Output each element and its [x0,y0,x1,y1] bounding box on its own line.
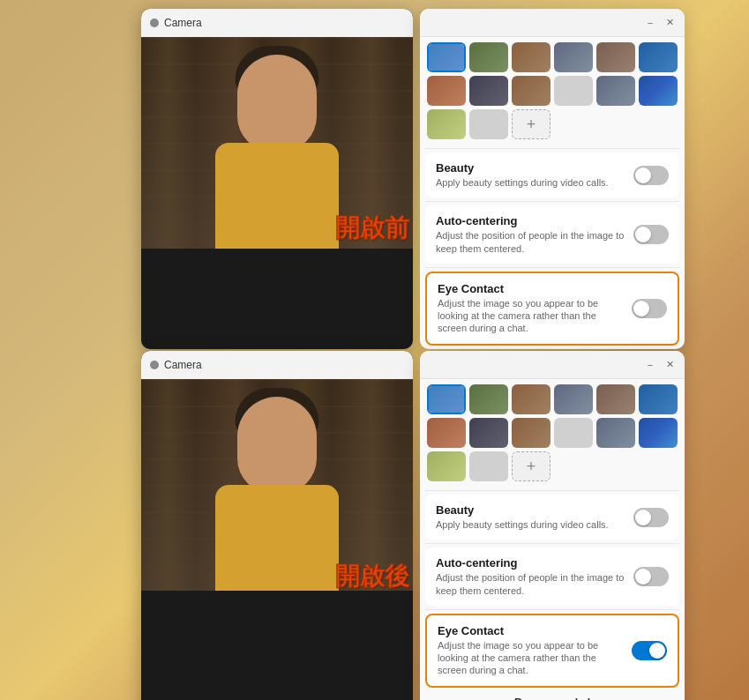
eye-contact-title-top: Eye Contact [438,282,625,295]
filter-thumb-2-top[interactable] [469,42,508,72]
filter-thumb-10-bottom[interactable] [554,418,593,448]
filter-thumb-11-top[interactable] [596,76,635,106]
filters-area-bottom: + [420,379,685,490]
beauty-desc-bottom: Apply beauty settings during video calls… [436,518,626,531]
filter-row-3-bottom: + [427,451,678,481]
camera-titlebar-bottom: Camera [141,351,413,379]
camera-window-bottom: Camera [141,351,413,700]
filter-thumb-6-top[interactable] [639,42,678,72]
filter-thumb-5-top[interactable] [596,42,635,72]
minimize-button-top[interactable]: − [644,17,656,29]
settings-panel-top: − ✕ [420,9,685,349]
filter-row-2-bottom [427,418,678,448]
filter-row-1-bottom [427,384,678,414]
filter-thumb-active-top[interactable] [427,42,466,72]
person-face-bottom [237,397,317,494]
filter-thumb-4-bottom[interactable] [554,384,593,414]
filter-thumb-11-bottom[interactable] [596,418,635,448]
divider-2-bottom [425,543,679,544]
auto-centering-title-bottom: Auto-centering [436,556,626,570]
filter-thumb-8-top[interactable] [469,76,508,106]
camera-title-bottom: Camera [164,359,202,371]
filter-thumb-5-bottom[interactable] [596,384,635,414]
filter-row-2-top [427,76,678,106]
filter-thumb-8-bottom[interactable] [469,418,508,448]
camera-dot [150,19,159,27]
beauty-info-top: Beauty Apply beauty settings during vide… [436,161,626,189]
camera-titlebar-top: Camera [141,9,413,37]
filter-thumb-4-top[interactable] [554,42,593,72]
settings-titlebar-bottom: − ✕ [420,351,685,379]
filter-thumb-14-bottom[interactable] [469,451,508,481]
filter-thumb-13-top[interactable] [427,109,466,139]
beauty-info-bottom: Beauty Apply beauty settings during vide… [436,503,626,531]
filter-thumb-6-bottom[interactable] [639,384,678,414]
auto-centering-desc-bottom: Adjust the position of people in the ima… [436,571,626,597]
recommended-label: Recommended [420,691,685,700]
settings-panel-bottom: − ✕ [420,351,685,700]
eye-contact-info-bottom: Eye Contact Adjust the image so you appe… [438,624,625,677]
camera-dot-bottom [150,361,159,369]
close-button-bottom[interactable]: ✕ [663,359,676,371]
divider-3-top [425,267,679,268]
beauty-title-top: Beauty [436,161,626,175]
settings-content-top: + Beauty Apply beauty settings during vi… [420,37,685,349]
settings-titlebar-top: − ✕ [420,9,685,37]
beauty-desc-top: Apply beauty settings during video calls… [436,176,626,189]
divider-1-bottom [425,490,679,491]
filter-add-top[interactable]: + [512,109,551,139]
auto-centering-row-bottom: Auto-centering Adjust the position of pe… [425,547,679,606]
close-button-top[interactable]: ✕ [663,17,676,29]
beauty-toggle-bottom[interactable] [633,508,669,527]
person-body-bottom [215,485,339,591]
auto-centering-toggle-bottom[interactable] [633,567,669,586]
person-body-top [215,143,339,249]
camera-feed-bottom [141,379,413,591]
filter-thumb-12-top[interactable] [639,76,678,106]
filter-thumb-2-bottom[interactable] [469,384,508,414]
eye-contact-row-top: Eye Contact Adjust the image so you appe… [425,272,679,346]
divider-1-top [425,148,679,149]
camera-feed-top [141,37,413,249]
eye-contact-toggle-top[interactable] [632,299,667,318]
filter-thumb-9-top[interactable] [512,76,551,106]
bottom-panel: Camera − ✕ [141,351,697,700]
eye-contact-title-bottom: Eye Contact [438,624,625,637]
camera-window-top: Camera [141,9,413,349]
divider-2-top [425,201,679,202]
filter-thumb-14-top[interactable] [469,109,508,139]
auto-centering-info-bottom: Auto-centering Adjust the position of pe… [436,556,626,597]
filter-thumb-7-top[interactable] [427,76,466,106]
eye-contact-info-top: Eye Contact Adjust the image so you appe… [438,282,625,335]
filter-thumb-3-bottom[interactable] [512,384,551,414]
filter-row-3-top: + [427,109,678,139]
filter-thumb-7-bottom[interactable] [427,418,466,448]
auto-centering-row-top: Auto-centering Adjust the position of pe… [425,205,679,264]
filters-area-top: + [420,37,685,148]
eye-contact-toggle-bottom[interactable] [632,641,667,660]
auto-centering-desc-top: Adjust the position of people in the ima… [436,229,626,255]
eye-contact-desc-bottom: Adjust the image so you appear to be loo… [438,639,625,677]
minimize-button-bottom[interactable]: − [644,359,656,371]
filter-thumb-13-bottom[interactable] [427,451,466,481]
settings-content-bottom: + Beauty Apply beauty settings during vi… [420,379,685,700]
divider-3-bottom [425,609,679,610]
filter-thumb-3-top[interactable] [512,42,551,72]
person-face-top [237,55,317,152]
beauty-toggle-top[interactable] [633,166,669,185]
auto-centering-toggle-top[interactable] [633,225,669,244]
auto-centering-info-top: Auto-centering Adjust the position of pe… [436,214,626,255]
filter-thumb-12-bottom[interactable] [639,418,678,448]
top-panel: Camera − ✕ [141,9,697,349]
eye-contact-desc-top: Adjust the image so you appear to be loo… [438,297,625,335]
camera-title-top: Camera [164,17,202,29]
filter-add-bottom[interactable]: + [512,451,551,481]
eye-contact-row-bottom: Eye Contact Adjust the image so you appe… [425,614,679,688]
beauty-row-top: Beauty Apply beauty settings during vide… [425,153,679,197]
filter-thumb-9-bottom[interactable] [512,418,551,448]
filter-row-1-top [427,42,678,72]
beauty-title-bottom: Beauty [436,503,626,517]
beauty-row-bottom: Beauty Apply beauty settings during vide… [425,495,679,540]
filter-thumb-active-bottom[interactable] [427,384,466,414]
filter-thumb-10-top[interactable] [554,76,593,106]
